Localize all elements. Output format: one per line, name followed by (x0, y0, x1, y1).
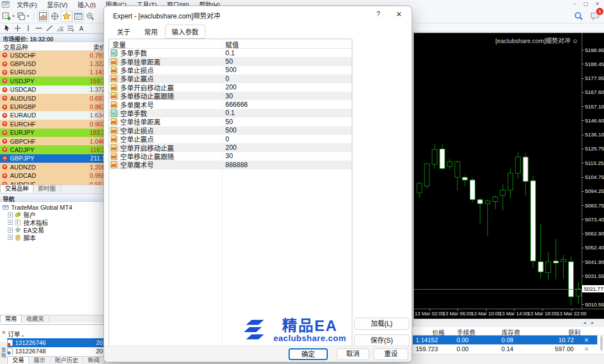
param-value[interactable]: 30 (225, 152, 233, 160)
horizontal-line-button[interactable] (34, 24, 44, 32)
navigator-tab[interactable]: 常用 (0, 315, 22, 323)
new-chart-button[interactable]: ▼ (2, 11, 16, 22)
terminal-tab[interactable]: 账户历史 (50, 357, 83, 364)
trendline-button[interactable] (45, 24, 54, 32)
cancel-button[interactable]: 取消 (337, 348, 369, 360)
channel-button[interactable]: E (55, 24, 65, 32)
dialog-tab[interactable]: 常用 (138, 25, 164, 39)
chevron-down-icon[interactable]: ▼ (26, 15, 30, 18)
navigator-tab[interactable]: 收藏夹 (22, 315, 49, 323)
market-watch-row[interactable]: ▾AUDCAD0.958 (0, 171, 107, 179)
market-watch-row[interactable]: ▾GBPJPY211.1 (0, 154, 107, 163)
crosshair-button[interactable] (13, 24, 22, 32)
market-watch-row[interactable]: ▾USDCAD1.372 (0, 86, 107, 94)
navigator-tree-item[interactable]: +脚本 (2, 234, 107, 242)
expand-icon[interactable]: + (8, 235, 13, 240)
param-row[interactable]: ab多单挂单距离50 (109, 57, 352, 65)
expand-icon[interactable]: + (8, 220, 13, 225)
param-value[interactable]: 50 (225, 58, 233, 65)
market-watch-row[interactable]: ▾EURGBP0.863 (0, 102, 107, 111)
terminal-scrollbar-thumb[interactable] (600, 336, 603, 351)
chart-scrollbar[interactable]: ◂▸ (414, 319, 604, 327)
dialog-tab[interactable]: 关于 (110, 25, 137, 39)
param-value[interactable]: 0.1 (225, 49, 235, 57)
trade-row[interactable]: 159.7230.000.14597.00✕ (413, 344, 597, 353)
market-watch-button[interactable] (37, 11, 49, 22)
param-row[interactable]: ab空单移动止赢跟随30 (109, 152, 352, 160)
terminal-tab[interactable]: 交易 (7, 356, 29, 364)
market-watch-row[interactable]: ▾AUDNZD1.208 (0, 163, 107, 171)
menu-item[interactable]: 插入(I) (73, 0, 101, 10)
navigator-tree-item[interactable]: +EA交易 (2, 226, 107, 234)
vertical-line-button[interactable] (23, 24, 33, 32)
menu-item[interactable]: 显示(V) (42, 0, 73, 10)
param-value[interactable]: 0.1 (225, 109, 235, 117)
close-trade-icon[interactable]: ✕ (584, 344, 589, 353)
dialog-tab[interactable]: 输入参数 (165, 25, 205, 39)
expand-icon[interactable]: + (8, 228, 13, 233)
market-watch-row[interactable]: ▾GBPUSD1.322 (0, 59, 107, 68)
param-row[interactable]: ab多单开启移动止赢200 (109, 83, 352, 92)
param-value[interactable]: 200 (225, 144, 237, 152)
param-row[interactable]: ab多单止损点500 (109, 66, 352, 74)
market-watch-row[interactable]: ▾AUDCHF0.553 (0, 180, 107, 185)
param-row[interactable]: ab多单魔术号666666 (109, 100, 352, 108)
trade-row[interactable]: 1.141520.000.0810.72✕ (413, 335, 597, 344)
restore-button[interactable]: ▢ (583, 0, 588, 8)
candles-svg[interactable] (414, 33, 582, 309)
param-value[interactable]: 0 (225, 75, 229, 83)
param-value[interactable]: 50 (225, 118, 233, 126)
market-watch-row[interactable]: ▾AUDUSD0.697 (0, 94, 107, 102)
navigator-tree-item[interactable]: +账户 (2, 211, 107, 219)
param-row[interactable]: ½空单手数0.1 (109, 109, 352, 117)
data-window-button[interactable] (49, 11, 60, 22)
market-watch-row[interactable]: ▾EURCHF0.903 (0, 120, 107, 128)
notifications-button[interactable]: 1 (589, 10, 600, 21)
expand-icon[interactable]: + (8, 212, 13, 218)
help-button[interactable]: ? (376, 10, 380, 18)
param-row[interactable]: ab多单止赢点0 (109, 74, 352, 83)
terminal-button[interactable] (73, 11, 84, 22)
text-button[interactable]: A (77, 24, 86, 32)
terminal-tab[interactable]: 展示 (29, 357, 50, 364)
close-trade-icon[interactable]: ✕ (584, 335, 589, 344)
param-value[interactable]: 500 (225, 66, 237, 74)
param-row[interactable]: ab空单开启移动止赢200 (109, 143, 352, 152)
dialog-close-button[interactable]: ✕ (396, 10, 402, 18)
params-column-value[interactable]: 赋值 (225, 40, 239, 49)
scroll-right-icon[interactable]: ▸ (591, 320, 600, 325)
param-row[interactable]: ab多单移动止赢跟随30 (109, 92, 352, 100)
param-value[interactable]: 500 (225, 126, 237, 134)
menu-item[interactable]: 文件(F) (12, 0, 42, 10)
navigator-tree-item[interactable]: +f技术指标 (2, 219, 107, 226)
param-row[interactable]: ab空单挂单距离50 (109, 117, 352, 126)
column-header-symbol[interactable]: 交易品种 (3, 42, 28, 51)
market-watch-row[interactable]: ▾USDJPY159.7 (0, 77, 107, 85)
load-button[interactable]: 加载(L) (354, 318, 409, 330)
terminal-tab[interactable]: 新闻 (83, 357, 105, 364)
param-row[interactable]: ab空单止损点500 (109, 126, 352, 135)
param-value[interactable]: 888888 (225, 161, 248, 169)
param-row[interactable]: ½多单手数0.1 (109, 49, 352, 57)
save-button[interactable]: 保存(S) (354, 334, 409, 347)
ok-button[interactable]: 确定 (289, 348, 328, 360)
close-button[interactable]: ✕ (595, 0, 600, 8)
order-row[interactable]: 13122674820 (7, 347, 107, 356)
navigator-button[interactable] (61, 11, 72, 22)
profiles-button[interactable]: ▼ (16, 11, 30, 22)
scroll-left-icon[interactable]: ◂ (583, 320, 592, 325)
param-value[interactable]: 30 (225, 92, 233, 100)
search-button[interactable] (573, 10, 584, 21)
fibonacci-button[interactable]: F (66, 24, 76, 32)
orders-column-header[interactable]: 订单 ▴ (8, 329, 24, 338)
market-watch-tab[interactable]: 交易品种 (0, 185, 34, 192)
param-row[interactable]: ab空单魔术号888888 (109, 160, 352, 169)
vertical-side-tab[interactable]: 策略 (0, 342, 7, 364)
market-watch-row[interactable]: ▾USDCHF0.791 (0, 51, 107, 59)
cursor-button[interactable] (2, 24, 12, 32)
market-watch-row[interactable]: ▾CADJPY116.3 (0, 145, 107, 154)
market-watch-row[interactable]: ▾EURJPY182.3 (0, 129, 107, 137)
chevron-down-icon[interactable]: ▼ (12, 15, 15, 18)
market-watch-tab[interactable]: 即时图 (34, 185, 61, 192)
market-watch-row[interactable]: ▾EURAUD1.634 (0, 111, 107, 120)
